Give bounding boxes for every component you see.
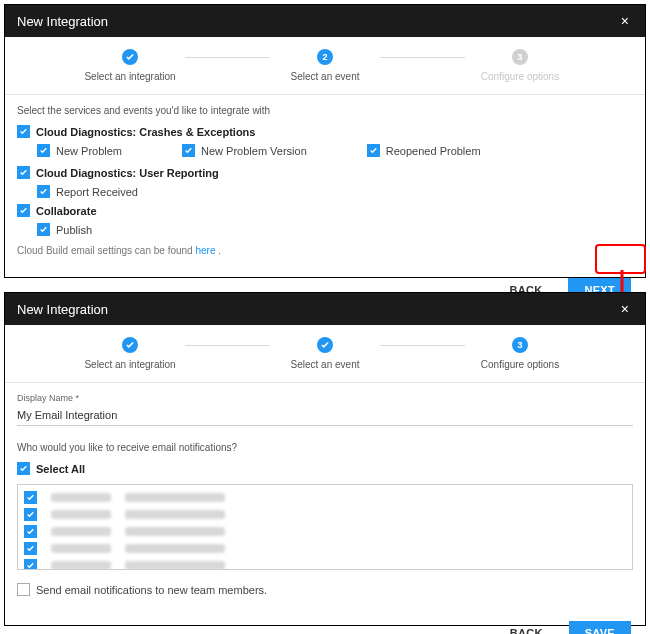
checkbox-checked-icon[interactable] bbox=[37, 223, 50, 236]
event-label: Publish bbox=[56, 224, 92, 236]
redacted-email bbox=[125, 527, 225, 536]
group-label: Cloud Diagnostics: Crashes & Exceptions bbox=[36, 126, 255, 138]
stepper: Select an integration 2 Select an event … bbox=[5, 37, 645, 86]
step-label: Configure options bbox=[481, 359, 559, 370]
checkbox-checked-icon[interactable] bbox=[37, 185, 50, 198]
panel-select-event: New Integration × Select an integration … bbox=[4, 4, 646, 278]
checkbox-checked-icon[interactable] bbox=[17, 462, 30, 475]
recipients-list[interactable] bbox=[17, 484, 633, 570]
checkbox-checked-icon[interactable] bbox=[37, 144, 50, 157]
content-area: Display Name * Who would you like to rec… bbox=[5, 383, 645, 611]
titlebar: New Integration × bbox=[5, 5, 645, 37]
list-item[interactable] bbox=[24, 506, 626, 523]
back-button[interactable]: BACK bbox=[494, 621, 559, 634]
intro-text: Select the services and events you'd lik… bbox=[17, 105, 633, 116]
step-1: Select an integration bbox=[75, 337, 185, 370]
stepper: Select an integration Select an event 3 … bbox=[5, 325, 645, 374]
checkbox-checked-icon[interactable] bbox=[17, 204, 30, 217]
dialog-title: New Integration bbox=[17, 302, 108, 317]
list-item[interactable] bbox=[24, 489, 626, 506]
panel-configure-options: New Integration × Select an integration … bbox=[4, 292, 646, 626]
group-collaborate[interactable]: Collaborate bbox=[17, 201, 633, 220]
step-3: 3 Configure options bbox=[465, 337, 575, 370]
checkbox-checked-icon[interactable] bbox=[367, 144, 380, 157]
redacted-name bbox=[51, 527, 111, 536]
checkbox-checked-icon[interactable] bbox=[24, 559, 37, 570]
event-new-problem[interactable]: New Problem bbox=[37, 144, 122, 157]
display-name-input[interactable] bbox=[17, 405, 633, 426]
check-icon bbox=[122, 49, 138, 65]
recipients-question: Who would you like to receive email noti… bbox=[17, 442, 633, 453]
event-label: Reopened Problem bbox=[386, 145, 481, 157]
step-2: 2 Select an event bbox=[270, 49, 380, 82]
event-new-problem-version[interactable]: New Problem Version bbox=[182, 144, 307, 157]
content-area: Select the services and events you'd lik… bbox=[5, 95, 645, 268]
footnote-link[interactable]: here bbox=[195, 245, 215, 256]
event-label: Report Received bbox=[56, 186, 138, 198]
send-new-members[interactable]: Send email notifications to new team mem… bbox=[17, 580, 633, 599]
event-reopened-problem[interactable]: Reopened Problem bbox=[367, 144, 481, 157]
dialog-title: New Integration bbox=[17, 14, 108, 29]
group-crashes[interactable]: Cloud Diagnostics: Crashes & Exceptions bbox=[17, 122, 633, 141]
list-item[interactable] bbox=[24, 540, 626, 557]
close-icon[interactable]: × bbox=[617, 13, 633, 29]
step-label: Select an integration bbox=[84, 359, 175, 370]
display-name-label: Display Name * bbox=[17, 393, 633, 403]
send-new-label: Send email notifications to new team mem… bbox=[36, 584, 267, 596]
group-user-reporting[interactable]: Cloud Diagnostics: User Reporting bbox=[17, 163, 633, 182]
checkbox-unchecked-icon[interactable] bbox=[17, 583, 30, 596]
step-1: Select an integration bbox=[75, 49, 185, 82]
redacted-email bbox=[125, 544, 225, 553]
select-all[interactable]: Select All bbox=[17, 459, 633, 478]
redacted-name bbox=[51, 493, 111, 502]
event-label: New Problem bbox=[56, 145, 122, 157]
checkbox-checked-icon[interactable] bbox=[17, 166, 30, 179]
step-number-icon: 3 bbox=[512, 49, 528, 65]
checkbox-checked-icon[interactable] bbox=[182, 144, 195, 157]
event-report-received[interactable]: Report Received bbox=[17, 182, 633, 201]
redacted-email bbox=[125, 493, 225, 502]
step-2: Select an event bbox=[270, 337, 380, 370]
check-icon bbox=[317, 337, 333, 353]
redacted-email bbox=[125, 561, 225, 570]
list-item[interactable] bbox=[24, 523, 626, 540]
checkbox-checked-icon[interactable] bbox=[17, 125, 30, 138]
redacted-name bbox=[51, 510, 111, 519]
event-publish[interactable]: Publish bbox=[17, 220, 633, 239]
step-3: 3 Configure options bbox=[465, 49, 575, 82]
checkbox-checked-icon[interactable] bbox=[24, 542, 37, 555]
checkbox-checked-icon[interactable] bbox=[24, 525, 37, 538]
redacted-name bbox=[51, 561, 111, 570]
group-label: Collaborate bbox=[36, 205, 97, 217]
checkbox-checked-icon[interactable] bbox=[24, 491, 37, 504]
step-number-icon: 3 bbox=[512, 337, 528, 353]
checkbox-checked-icon[interactable] bbox=[24, 508, 37, 521]
redacted-email bbox=[125, 510, 225, 519]
step-label: Select an event bbox=[291, 359, 360, 370]
step-number-icon: 2 bbox=[317, 49, 333, 65]
select-all-label: Select All bbox=[36, 463, 85, 475]
footnote: Cloud Build email settings can be found … bbox=[17, 245, 633, 256]
step-label: Select an integration bbox=[84, 71, 175, 82]
titlebar: New Integration × bbox=[5, 293, 645, 325]
group-label: Cloud Diagnostics: User Reporting bbox=[36, 167, 219, 179]
check-icon bbox=[122, 337, 138, 353]
step-label: Select an event bbox=[291, 71, 360, 82]
event-label: New Problem Version bbox=[201, 145, 307, 157]
redacted-name bbox=[51, 544, 111, 553]
list-item[interactable] bbox=[24, 557, 626, 570]
step-label: Configure options bbox=[481, 71, 559, 82]
save-button[interactable]: SAVE bbox=[569, 621, 631, 634]
close-icon[interactable]: × bbox=[617, 301, 633, 317]
footer: BACK SAVE bbox=[5, 611, 645, 634]
